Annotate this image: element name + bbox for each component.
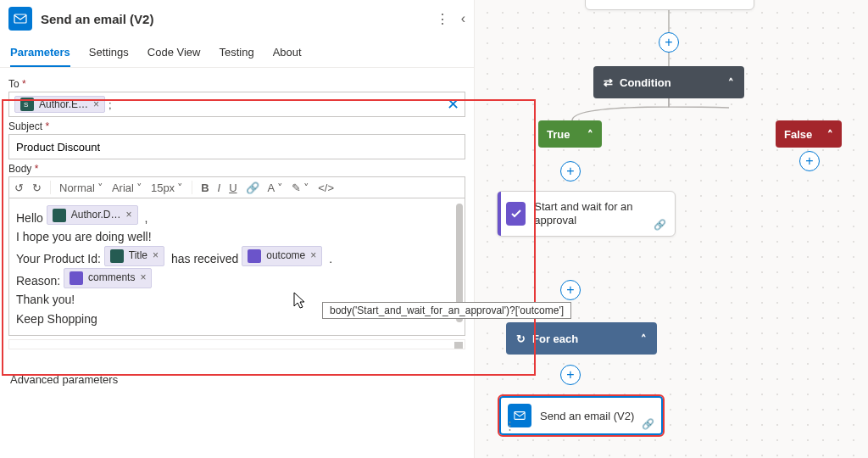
collapse-icon[interactable]: ‹: [461, 11, 465, 27]
condition-icon: ⇄: [604, 76, 613, 89]
body-scrollbar-h[interactable]: [8, 339, 465, 349]
tab-code-view[interactable]: Code View: [147, 46, 201, 67]
redo-button[interactable]: ↻: [32, 182, 42, 194]
chevron-up-icon[interactable]: ˄: [728, 76, 734, 89]
for-each-node[interactable]: ↻ For each ˄: [506, 322, 657, 355]
expression-tooltip: body('Start_and_wait_for_an_approval')?[…: [322, 302, 571, 319]
more-icon[interactable]: ⋮: [504, 419, 515, 432]
add-step-button[interactable]: +: [799, 151, 820, 171]
body-line: I hope you are doing well!: [16, 227, 458, 246]
body-pill-author-name[interactable]: Author.D… ×: [47, 205, 138, 225]
sharepoint-icon: S: [20, 98, 34, 111]
tab-settings[interactable]: Settings: [89, 46, 129, 67]
remove-pill-icon[interactable]: ×: [93, 98, 99, 110]
body-pill-comments[interactable]: comments ×: [64, 268, 152, 288]
remove-pill-icon[interactable]: ×: [310, 248, 316, 264]
remove-pill-icon[interactable]: ×: [153, 248, 159, 264]
svg-text:S: S: [24, 101, 28, 109]
chevron-down-icon: ˅: [303, 182, 309, 194]
subject-label: Subject *: [8, 120, 465, 132]
add-step-button[interactable]: +: [560, 365, 581, 385]
undo-button[interactable]: ↺: [14, 182, 24, 194]
link-icon: 🔗: [654, 219, 666, 231]
font-color-button[interactable]: A ˅: [268, 182, 284, 194]
subject-field[interactable]: [14, 137, 459, 157]
svg-rect-0: [14, 14, 26, 23]
tab-testing[interactable]: Testing: [219, 46, 253, 67]
link-icon: 🔗: [642, 418, 654, 430]
remove-pill-icon[interactable]: ×: [140, 270, 146, 286]
chevron-down-icon: ˅: [277, 182, 283, 194]
false-branch[interactable]: False ˄: [776, 120, 842, 148]
loop-icon: ↻: [516, 332, 526, 345]
approval-icon: [248, 249, 261, 263]
add-step-button[interactable]: +: [560, 280, 581, 300]
send-email-node[interactable]: Send an email (V2) 🔗 ⋮: [498, 394, 665, 437]
add-step-button[interactable]: +: [659, 32, 679, 53]
subject-input[interactable]: [8, 134, 465, 159]
tab-parameters[interactable]: Parameters: [10, 46, 70, 67]
font-dropdown[interactable]: Arial ˅: [112, 182, 142, 194]
outlook-icon: [8, 7, 32, 31]
add-step-button[interactable]: +: [560, 161, 581, 182]
body-pill-title[interactable]: Title ×: [104, 246, 164, 265]
previous-node[interactable]: [585, 0, 754, 10]
highlight-button[interactable]: ✎ ˅: [292, 182, 309, 194]
underline-button[interactable]: U: [229, 182, 236, 194]
chevron-down-icon: ˅: [136, 182, 142, 194]
tabs: Parameters Settings Code View Testing Ab…: [0, 37, 474, 68]
chevron-up-icon[interactable]: ˄: [827, 128, 833, 141]
config-panel: Send an email (V2) ⋮ ‹ Parameters Settin…: [0, 0, 475, 458]
svg-rect-4: [515, 412, 525, 420]
link-button[interactable]: 🔗: [246, 182, 259, 194]
chevron-up-icon[interactable]: ˄: [587, 128, 593, 141]
chevron-up-icon[interactable]: ˄: [641, 332, 647, 345]
cursor-icon: [292, 291, 308, 312]
to-input[interactable]: S Author.E… × ; ✕: [8, 92, 465, 117]
sharepoint-icon: [110, 249, 124, 263]
italic-button[interactable]: I: [218, 182, 221, 194]
code-view-button[interactable]: </>: [318, 182, 334, 194]
body-label: Body *: [8, 163, 465, 175]
to-label: To *: [8, 78, 465, 90]
more-icon[interactable]: ⋮: [436, 11, 449, 27]
to-separator: ;: [108, 98, 112, 111]
approval-node[interactable]: Start and wait for an approval 🔗: [497, 191, 676, 237]
true-branch[interactable]: True ˄: [538, 120, 602, 148]
tab-about[interactable]: About: [273, 46, 302, 67]
style-dropdown[interactable]: Normal ˅: [59, 182, 103, 194]
body-scrollbar[interactable]: [456, 204, 463, 301]
panel-title: Send an email (V2): [41, 12, 436, 26]
bold-button[interactable]: B: [201, 182, 209, 194]
condition-node[interactable]: ⇄ Condition ˄: [593, 66, 744, 98]
chevron-down-icon: ˅: [177, 182, 183, 194]
flow-canvas[interactable]: + ⇄ Condition ˄ True ˄ False ˄ + + Start…: [475, 0, 868, 458]
approval-icon: [70, 271, 83, 285]
rich-text-toolbar: ↺ ↻ Normal ˅ Arial ˅ 15px ˅ B I U 🔗 A ˅ …: [8, 176, 465, 198]
sharepoint-icon: [53, 209, 66, 222]
to-pill-author-email[interactable]: S Author.E… ×: [14, 96, 105, 113]
size-dropdown[interactable]: 15px ˅: [151, 182, 183, 194]
body-pill-outcome[interactable]: outcome ×: [242, 246, 322, 265]
panel-header: Send an email (V2) ⋮ ‹: [0, 0, 474, 37]
chevron-down-icon: ˅: [97, 182, 103, 194]
connectors: [475, 0, 729, 127]
approval-icon: [506, 202, 526, 226]
remove-pill-icon[interactable]: ×: [126, 207, 132, 223]
advanced-parameters-label[interactable]: Advanced parameters: [0, 356, 474, 386]
clear-to-icon[interactable]: ✕: [447, 95, 459, 114]
